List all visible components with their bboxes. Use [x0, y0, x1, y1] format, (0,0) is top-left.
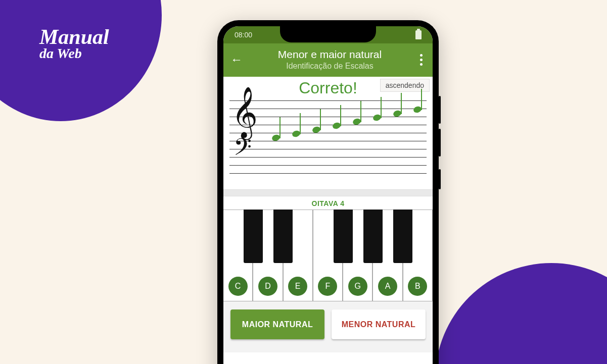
app-bar-titles: Menor e maior natural Identificação de E…	[252, 48, 408, 71]
phone-side-button	[439, 129, 441, 157]
piano-black-key-gs[interactable]	[363, 210, 383, 263]
piano-black-key-fs[interactable]	[334, 210, 353, 263]
key-label: G	[348, 277, 367, 296]
piano-black-key-cs[interactable]	[244, 210, 263, 263]
key-label: F	[318, 277, 337, 296]
phone-frame: 08:00 ← Menor e maior natural Identifica…	[217, 20, 439, 364]
key-label: D	[258, 277, 277, 296]
staff-area: 𝄞	[223, 97, 433, 189]
decor-blob-bottom	[435, 263, 607, 364]
key-label: C	[228, 277, 248, 296]
octave-label: OITAVA 4	[223, 196, 433, 210]
direction-badge: ascendendo	[380, 79, 430, 92]
piano-black-key-as[interactable]	[393, 210, 412, 263]
phone-side-button	[439, 169, 441, 189]
key-label: A	[378, 277, 397, 296]
section-divider	[223, 189, 433, 196]
answer-buttons: MAIOR NATURAL MENOR NATURAL	[223, 301, 433, 352]
bass-clef-icon: 𝄢	[234, 136, 252, 164]
treble-staff: 𝄞	[229, 100, 427, 134]
answer-major-natural[interactable]: MAIOR NATURAL	[230, 309, 324, 339]
piano-keyboard: C D E F G A B	[223, 210, 433, 301]
phone-notch	[280, 26, 376, 42]
app-bar: ← Menor e maior natural Identificação de…	[223, 43, 433, 77]
bass-staff: 𝄢	[229, 141, 427, 174]
piano-black-key-ds[interactable]	[273, 210, 293, 263]
exercise-content: ascendendo Correto! 𝄞	[223, 77, 433, 352]
key-label: E	[288, 277, 307, 296]
brand-logo: Manual da Web	[39, 28, 109, 60]
brand-line2: da Web	[39, 47, 109, 60]
treble-clef-icon: 𝄞	[231, 90, 258, 135]
phone-side-button	[439, 96, 441, 124]
back-arrow-icon[interactable]: ←	[230, 53, 243, 67]
page-subtitle: Identificação de Escalas	[252, 62, 408, 71]
answer-minor-natural[interactable]: MENOR NATURAL	[332, 309, 426, 339]
key-label: B	[408, 277, 427, 296]
page-title: Menor e maior natural	[252, 48, 408, 61]
battery-icon	[415, 30, 422, 39]
kebab-menu-icon[interactable]	[417, 51, 426, 69]
status-time: 08:00	[235, 31, 252, 39]
brand-line1: Manual	[39, 28, 109, 47]
phone-screen: 08:00 ← Menor e maior natural Identifica…	[223, 26, 433, 364]
